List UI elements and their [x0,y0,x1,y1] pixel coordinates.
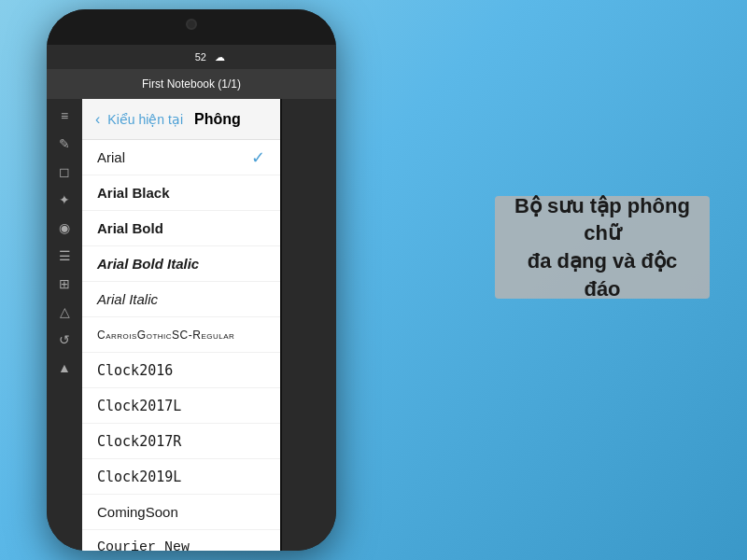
font-name-arial: Arial [97,149,125,165]
back-arrow-icon[interactable]: ‹ [95,111,100,128]
selected-checkmark: ✓ [251,147,265,168]
font-name-arial-bold: Arial Bold [97,220,163,236]
font-name-arial-black: Arial Black [97,185,170,201]
battery-indicator: 52 [195,51,206,63]
info-text: Bộ sưu tập phông chữđa dạng và độc đáo [510,192,695,303]
app-area: ≡ ✎ ◻ ✦ ◉ ☰ ⊞ △ ↺ ▲ ‹ Kiểu hiện tại Phôn… [47,99,336,551]
status-bar: 52 ☁ [47,45,336,69]
notebook-bar: First Notebook (1/1) [47,69,336,99]
sidebar: ≡ ✎ ◻ ✦ ◉ ☰ ⊞ △ ↺ ▲ [47,99,82,551]
sidebar-icon-triangle[interactable]: △ [53,302,76,321]
font-item-clock2017r[interactable]: Clock2017R [82,424,280,459]
font-name-arial-bold-italic: Arial Bold Italic [97,256,199,272]
font-item-arial-bold-italic[interactable]: Arial Bold Italic [82,246,280,282]
font-name-arial-italic: Arial Italic [97,291,158,307]
sidebar-icon-pen[interactable]: ✎ [53,134,76,153]
phone-top [47,9,336,45]
notebook-title: First Notebook (1/1) [142,77,241,91]
info-box: Bộ sưu tập phông chữđa dạng và độc đáo [495,196,710,299]
font-panel: ‹ Kiểu hiện tại Phông Arial ✓ Arial Blac… [82,99,280,551]
font-name-courier-new: Courier New [97,539,190,551]
sidebar-icon-grid[interactable]: ⊞ [53,274,76,293]
font-item-courier-new[interactable]: Courier New [82,530,280,551]
font-item-comingsoon[interactable]: ComingSoon [82,495,280,530]
font-item-arial[interactable]: Arial ✓ [82,140,280,175]
font-name-carrois: CarroisGothicSC-Regular [97,329,234,342]
phone-camera [186,19,197,30]
font-item-arial-black[interactable]: Arial Black [82,175,280,211]
notebook-area [280,99,336,551]
font-name-clock2017r: Clock2017R [97,433,181,450]
font-item-carrois[interactable]: CarroisGothicSC-Regular [82,317,280,353]
font-list[interactable]: Arial ✓ Arial Black Arial Bold Arial Bol… [82,140,280,551]
sidebar-icon-menu[interactable]: ≡ [53,106,76,125]
scene: 52 ☁ First Notebook (1/1) ≡ ✎ ◻ ✦ ◉ ☰ ⊞ … [0,0,747,560]
font-item-arial-bold[interactable]: Arial Bold [82,211,280,246]
font-name-clock2019l: Clock2019L [97,469,181,485]
signal-icon: ☁ [215,51,225,63]
font-item-arial-italic[interactable]: Arial Italic [82,282,280,317]
font-item-clock2017l[interactable]: Clock2017L [82,388,280,424]
header-phong-title: Phông [194,111,241,128]
font-name-clock2017l: Clock2017L [97,398,181,414]
sidebar-icon-undo[interactable]: ↺ [53,330,76,349]
header-current-label[interactable]: Kiểu hiện tại [107,112,183,127]
status-text: 52 ☁ [158,51,225,63]
font-item-clock2019l[interactable]: Clock2019L [82,459,280,495]
sidebar-icon-up[interactable]: ▲ [53,358,76,377]
phone: 52 ☁ First Notebook (1/1) ≡ ✎ ◻ ✦ ◉ ☰ ⊞ … [47,9,336,551]
sidebar-icon-shape[interactable]: ◻ [53,162,76,181]
font-name-clock2016: Clock2016 [97,362,173,379]
sidebar-icon-list[interactable]: ☰ [53,246,76,265]
sidebar-icon-circle[interactable]: ◉ [53,218,76,237]
sidebar-icon-star[interactable]: ✦ [53,190,76,209]
font-item-clock2016[interactable]: Clock2016 [82,353,280,388]
font-name-comingsoon: ComingSoon [97,504,178,520]
font-panel-header: ‹ Kiểu hiện tại Phông [82,99,280,140]
